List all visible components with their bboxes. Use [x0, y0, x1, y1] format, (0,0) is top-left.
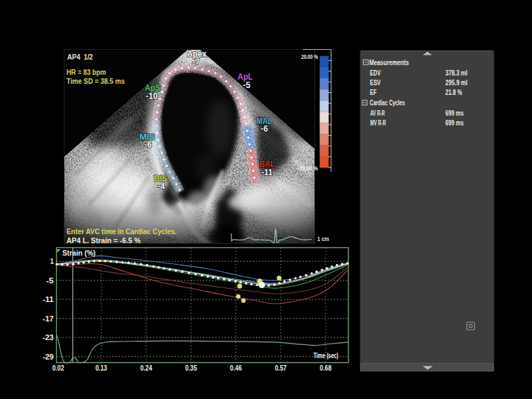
- svg-text:1: 1: [51, 257, 54, 265]
- svg-text:-11: -11: [262, 168, 273, 177]
- svg-text:Cardiac Cycles: Cardiac Cycles: [370, 98, 405, 107]
- svg-text:-29: -29: [43, 353, 54, 361]
- svg-text:-23: -23: [43, 333, 54, 342]
- svg-text:295.9 ml: 295.9 ml: [445, 78, 468, 87]
- svg-text:-11: -11: [43, 295, 55, 303]
- svg-text:Strain (%): Strain (%): [62, 249, 96, 257]
- svg-text:HR = 83 bpm: HR = 83 bpm: [66, 68, 106, 76]
- svg-text:1 cm: 1 cm: [317, 236, 329, 242]
- svg-text:699 ms: 699 ms: [445, 109, 463, 117]
- svg-text:MV R-R: MV R-R: [371, 118, 387, 127]
- svg-text:-5: -5: [46, 276, 55, 285]
- svg-text:-17: -17: [43, 314, 54, 323]
- svg-text:0.46: 0.46: [230, 364, 242, 372]
- svg-text:-20.00 %: -20.00 %: [298, 165, 318, 172]
- svg-text:0.57: 0.57: [275, 364, 287, 372]
- svg-text:1/2: 1/2: [84, 53, 93, 61]
- svg-text:AP4: AP4: [67, 53, 80, 61]
- svg-text:699 ms: 699 ms: [445, 118, 463, 127]
- svg-text:Measurements: Measurements: [369, 58, 409, 66]
- svg-text:ESV: ESV: [370, 78, 381, 87]
- svg-text:EF: EF: [370, 88, 377, 96]
- svg-text:0.68: 0.68: [320, 364, 332, 372]
- svg-text:AP4 L. Strain = -6.5 %: AP4 L. Strain = -6.5 %: [66, 236, 141, 245]
- svg-text:Enter AVC time in Cardiac Cycl: Enter AVC time in Cardiac Cycles.: [66, 227, 177, 236]
- svg-text:0.24: 0.24: [141, 364, 153, 372]
- svg-text:EDV: EDV: [370, 69, 381, 77]
- svg-text:-4: -4: [157, 181, 165, 191]
- svg-text:-7: -7: [193, 57, 200, 66]
- svg-text:⌜: ⌜: [57, 249, 60, 256]
- svg-text:-6: -6: [144, 140, 152, 150]
- svg-text:0.13: 0.13: [96, 364, 107, 372]
- svg-text:Time SD = 38.5 ms: Time SD = 38.5 ms: [66, 77, 125, 85]
- svg-text:0.35: 0.35: [185, 364, 197, 372]
- svg-text:-5: -5: [243, 80, 251, 90]
- svg-text:AV R-R: AV R-R: [371, 109, 385, 117]
- svg-text:378.3 ml: 378.3 ml: [445, 69, 468, 77]
- svg-text:Time (sec): Time (sec): [314, 352, 339, 360]
- svg-text:-6: -6: [260, 124, 268, 134]
- svg-text:0.02: 0.02: [53, 364, 64, 372]
- svg-text:21.8 %: 21.8 %: [445, 88, 462, 96]
- svg-text:20.00 %: 20.00 %: [301, 53, 318, 60]
- svg-text:-10: -10: [146, 91, 158, 101]
